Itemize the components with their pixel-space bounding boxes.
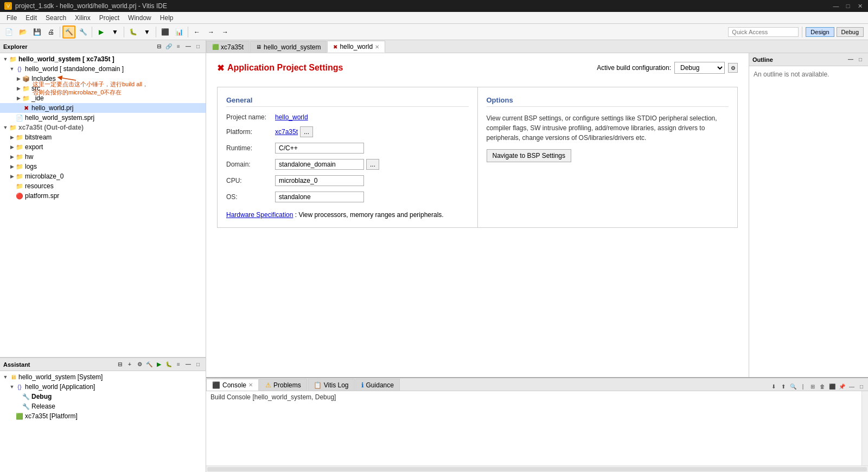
debug-view-button[interactable]: Debug — [837, 27, 864, 37]
open-button[interactable]: 📂 — [16, 25, 29, 39]
run-button[interactable]: ▶ — [94, 25, 107, 39]
assistant-max-btn[interactable]: □ — [194, 360, 202, 369]
platform-ellipsis-btn[interactable]: ... — [300, 126, 313, 137]
console-tab-vitis-log[interactable]: 📋 Vitis Log — [308, 379, 355, 391]
navigate-bsp-button[interactable]: Navigate to BSP Settings — [487, 149, 572, 162]
assistant-hammer-btn[interactable]: 🔨 — [145, 360, 154, 369]
forward-button[interactable]: → — [205, 25, 218, 39]
console-stop-btn[interactable]: ⬛ — [828, 382, 837, 391]
console-clear-btn[interactable]: 🗑 — [818, 382, 827, 391]
console-sep: | — [799, 382, 807, 391]
explorer-link-btn[interactable]: 🔗 — [164, 42, 173, 51]
console-down-btn[interactable]: ⬇ — [769, 382, 778, 391]
tab-xc7a35t[interactable]: 🟩 xc7a35t — [206, 41, 250, 53]
console-max-btn[interactable]: □ — [857, 382, 866, 391]
os-input[interactable] — [275, 192, 364, 202]
toolbar-sep-3 — [124, 27, 124, 37]
assistant-collapse-btn[interactable]: ⊟ — [116, 360, 124, 369]
explorer-menu-btn[interactable]: ≡ — [174, 42, 183, 51]
tree-item-xc7a35t[interactable]: ▼ 📁 xc7a35t (Out-of-date) — [0, 123, 206, 132]
back-button[interactable]: ← — [190, 25, 203, 39]
assistant-debug2-btn[interactable]: 🐛 — [164, 360, 173, 369]
tree-item-resources[interactable]: ▶ 📁 resources — [0, 181, 206, 191]
cpu-input[interactable] — [275, 175, 364, 186]
outline-min-btn[interactable]: — — [846, 55, 855, 64]
console-tab-guidance[interactable]: ℹ Guidance — [355, 379, 400, 391]
console-layout-btn[interactable]: ⊞ — [808, 382, 817, 391]
tree-item-export[interactable]: ▶ 📁 export — [0, 142, 206, 152]
platform-value[interactable]: xc7a35t — [275, 128, 298, 136]
assistant-min-btn[interactable]: — — [184, 360, 193, 369]
domain-input[interactable] — [275, 159, 364, 170]
assistant-run-btn[interactable]: ▶ — [155, 360, 163, 369]
tree-item-platform-spr[interactable]: ▶ 🔴 platform.spr — [0, 191, 206, 201]
tree-item-bitstream[interactable]: ▶ 📁 bitstream — [0, 132, 206, 142]
console-scrollbar[interactable] — [861, 391, 868, 465]
console-tab-problems[interactable]: ⚠ Problems — [259, 379, 307, 391]
save-button[interactable]: 💾 — [30, 25, 43, 39]
build-config-select[interactable]: Debug Release — [674, 62, 725, 74]
debug-button[interactable]: 🐛 — [126, 25, 139, 39]
build-button[interactable]: 🔧 — [76, 25, 90, 39]
menu-xilinx[interactable]: Xilinx — [71, 13, 95, 23]
minimize-button[interactable]: ― — [832, 2, 840, 10]
console-search-btn[interactable]: 🔍 — [789, 382, 797, 391]
menu-edit[interactable]: Edit — [21, 13, 41, 23]
assistant-item-system[interactable]: ▼ 🖥 hello_world_system [System] — [0, 372, 206, 382]
tree-item-hw-prj[interactable]: ▶ ✖ hello_world.prj — [0, 103, 206, 113]
tree-item-ide[interactable]: ▶ 📁 _ide — [0, 93, 206, 103]
assistant-item-platform[interactable]: ▶ 🟩 xc7a35t [Platform] — [0, 411, 206, 421]
console-hscrollbar[interactable] — [206, 465, 868, 472]
maximize-button[interactable]: □ — [844, 2, 852, 10]
assistant-item-debug[interactable]: ▶ 🔧 Debug — [0, 392, 206, 401]
new-button[interactable]: 📄 — [2, 25, 15, 39]
console-up-btn[interactable]: ⬆ — [779, 382, 788, 391]
close-button[interactable]: ✕ — [856, 2, 864, 10]
assistant-item-release[interactable]: ▶ 🔧 Release — [0, 401, 206, 411]
tree-item-microblaze[interactable]: ▶ 📁 microblaze_0 — [0, 171, 206, 181]
console-min-btn[interactable]: — — [847, 382, 856, 391]
tab-hello-world-system[interactable]: 🖥 hello_world_system — [250, 41, 327, 53]
outline-max-btn[interactable]: □ — [856, 55, 865, 64]
runtime-input[interactable] — [275, 143, 364, 154]
menu-window[interactable]: Window — [124, 13, 156, 23]
window-controls[interactable]: ― □ ✕ — [832, 2, 864, 10]
project-name-value[interactable]: hello_world — [275, 113, 308, 121]
tree-item-hw[interactable]: ▶ 📁 hw — [0, 152, 206, 162]
tree-item-includes[interactable]: ▶ 📦 Includes — [0, 74, 206, 84]
console-tab-console[interactable]: ⬛ Console ✕ — [206, 379, 259, 391]
settings-title: ✖ Application Project Settings — [217, 63, 343, 73]
build-config-settings-btn[interactable]: ⚙ — [728, 63, 738, 73]
run-dropdown[interactable]: ▼ — [108, 25, 122, 39]
domain-ellipsis-btn[interactable]: ... — [366, 159, 379, 170]
assistant-item-app[interactable]: ▼ {} hello_world [Application] — [0, 382, 206, 392]
tree-item-sprj[interactable]: ▶ 📄 hello_world_system.sprj — [0, 113, 206, 123]
quick-access-input[interactable] — [728, 27, 799, 37]
debug-dropdown[interactable]: ▼ — [141, 25, 154, 39]
menu-project[interactable]: Project — [95, 13, 124, 23]
tab-hello-world[interactable]: ✖ hello_world ✕ — [327, 41, 385, 53]
tab-close-button[interactable]: ✕ — [375, 44, 379, 50]
menu-file[interactable]: File — [2, 13, 21, 23]
print-button[interactable]: 🖨 — [44, 25, 58, 39]
explorer-collapse-btn[interactable]: ⊟ — [155, 42, 163, 51]
hw-spec-link[interactable]: Hardware Specification — [226, 211, 293, 219]
tree-item-logs[interactable]: ▶ 📁 logs — [0, 162, 206, 171]
profile-button[interactable]: 📊 — [173, 25, 186, 39]
design-view-button[interactable]: Design — [806, 27, 834, 37]
console-tab-close[interactable]: ✕ — [248, 382, 253, 388]
tree-item-hello-world[interactable]: ▼ {} hello_world [ standalone_domain ] — [0, 64, 206, 74]
tree-item-hello-world-system[interactable]: ▼ 📁 hello_world_system [ xc7a35t ] — [0, 54, 206, 64]
assistant-new-btn[interactable]: + — [125, 360, 134, 369]
build-all-button[interactable]: 🔨 — [62, 25, 75, 39]
stop-button[interactable]: ⬛ — [158, 25, 171, 39]
forward2-button[interactable]: → — [219, 25, 232, 39]
tree-item-src[interactable]: ▶ 📁 src — [0, 84, 206, 93]
assistant-menu-btn[interactable]: ≡ — [174, 360, 183, 369]
console-pin-btn[interactable]: 📌 — [838, 382, 846, 391]
explorer-min-btn[interactable]: — — [184, 42, 193, 51]
menu-search[interactable]: Search — [41, 13, 71, 23]
explorer-max-btn[interactable]: □ — [194, 42, 202, 51]
menu-help[interactable]: Help — [156, 13, 178, 23]
assistant-gear-btn[interactable]: ⚙ — [135, 360, 144, 369]
